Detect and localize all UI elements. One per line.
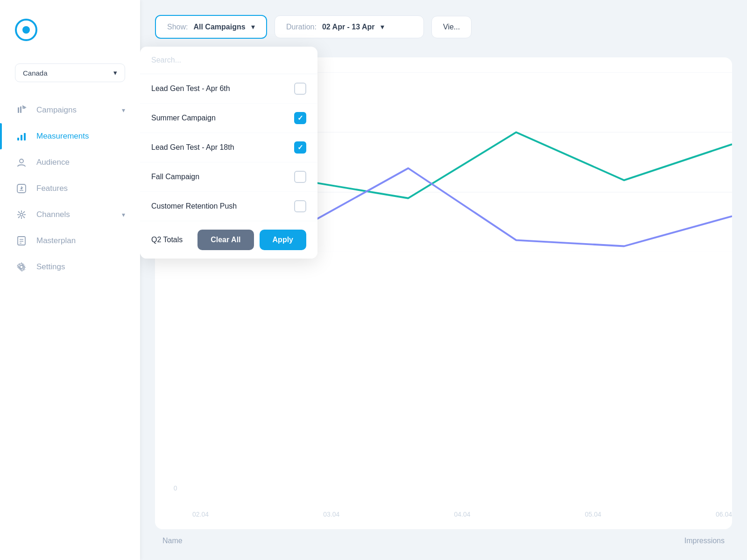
- sidebar-item-audience[interactable]: Audience: [0, 149, 140, 175]
- show-value: All Campaigns: [193, 23, 245, 31]
- dropdown-item-retention[interactable]: Customer Retention Push: [140, 192, 317, 221]
- apply-button[interactable]: Apply: [260, 230, 306, 250]
- item-name-fall: Fall Campaign: [151, 173, 199, 181]
- sidebar-item-campaigns[interactable]: Campaigns ▾: [0, 97, 140, 123]
- search-input[interactable]: [151, 56, 306, 64]
- logo-inner-dot: [22, 26, 30, 34]
- sidebar-item-masterplan-label: Masterplan: [36, 236, 125, 245]
- sidebar: Canada ▾ Campaigns ▾: [0, 0, 140, 560]
- sidebar-item-measurements[interactable]: Measurements: [0, 123, 140, 149]
- logo-area: [0, 19, 140, 41]
- masterplan-icon: [15, 234, 28, 247]
- footer-buttons: Clear All Apply: [197, 230, 306, 250]
- item-name-retention: Customer Retention Push: [151, 202, 237, 210]
- x-label-0204: 02.04: [192, 511, 209, 518]
- svg-point-5: [20, 159, 23, 163]
- checkbox-summer[interactable]: [294, 112, 306, 124]
- svg-rect-0: [18, 107, 19, 113]
- show-prefix: Show:: [167, 23, 188, 31]
- audience-icon: [15, 156, 28, 169]
- sidebar-item-masterplan[interactable]: Masterplan: [0, 228, 140, 254]
- item-name-summer: Summer Campaign: [151, 114, 216, 122]
- chart-x-labels: 02.04 03.04 04.04 05.04 06.04: [192, 511, 732, 518]
- duration-chevron-icon: ▾: [381, 22, 384, 31]
- svg-rect-1: [20, 106, 21, 113]
- svg-line-13: [18, 211, 20, 213]
- sidebar-item-settings[interactable]: Settings: [0, 254, 140, 280]
- clear-all-button[interactable]: Clear All: [197, 230, 254, 250]
- svg-rect-2: [17, 138, 19, 140]
- sidebar-item-channels-label: Channels: [36, 210, 122, 219]
- x-label-0604: 06.04: [716, 511, 732, 518]
- svg-line-14: [23, 217, 25, 218]
- show-campaigns-dropdown[interactable]: Show: All Campaigns ▾: [155, 15, 267, 39]
- checkbox-leadgen-apr6[interactable]: [294, 83, 306, 95]
- settings-icon: [15, 260, 28, 273]
- table-col-name: Name: [162, 537, 444, 545]
- svg-rect-4: [24, 133, 26, 140]
- header-bar: Show: All Campaigns ▾ Duration: 02 Apr -…: [155, 15, 732, 39]
- checkbox-leadgen-apr18[interactable]: [294, 141, 306, 154]
- campaigns-icon: [15, 104, 28, 117]
- main-content: Show: All Campaigns ▾ Duration: 02 Apr -…: [140, 0, 747, 560]
- footer-q2-label: Q2 Totals: [151, 236, 183, 244]
- duration-dropdown[interactable]: Duration: 02 Apr - 13 Apr ▾: [275, 15, 424, 38]
- svg-line-16: [18, 217, 20, 218]
- x-label-0304: 03.04: [323, 511, 339, 518]
- y-label-0: 0: [174, 484, 177, 492]
- svg-rect-17: [18, 237, 25, 245]
- channels-chevron-icon: ▾: [122, 211, 125, 218]
- dropdown-item-leadgen-apr6[interactable]: Lead Gen Test - Apr 6th: [140, 74, 317, 104]
- country-label: Canada: [23, 69, 48, 77]
- svg-point-21: [20, 266, 23, 269]
- dropdown-footer: Q2 Totals Clear All Apply: [140, 221, 317, 259]
- svg-rect-3: [21, 135, 22, 140]
- svg-line-15: [23, 211, 25, 213]
- checkbox-fall[interactable]: [294, 171, 306, 183]
- sidebar-nav: Campaigns ▾ Measurements Audien: [0, 97, 140, 541]
- dropdown-items-list: Lead Gen Test - Apr 6th Summer Campaign …: [140, 74, 317, 221]
- sidebar-item-channels[interactable]: Channels ▾: [0, 202, 140, 228]
- sidebar-item-campaigns-label: Campaigns: [36, 105, 122, 115]
- sidebar-item-audience-label: Audience: [36, 158, 125, 167]
- sidebar-item-measurements-label: Measurements: [36, 132, 125, 141]
- dropdown-item-summer[interactable]: Summer Campaign: [140, 104, 317, 133]
- logo-icon: [15, 19, 37, 41]
- measurements-icon: [15, 130, 28, 143]
- show-chevron-icon: ▾: [251, 22, 255, 31]
- table-col-impressions: Impressions: [444, 537, 725, 545]
- x-label-0504: 05.04: [585, 511, 601, 518]
- country-selector[interactable]: Canada ▾: [15, 63, 125, 82]
- table-footer: Name Impressions: [155, 537, 732, 545]
- view-label: Vie...: [443, 23, 460, 31]
- duration-prefix: Duration:: [286, 23, 317, 31]
- duration-value: 02 Apr - 13 Apr: [322, 23, 375, 31]
- country-chevron-icon: ▾: [113, 69, 117, 77]
- item-name-leadgen-apr6: Lead Gen Test - Apr 6th: [151, 84, 230, 93]
- svg-point-7: [21, 188, 22, 189]
- checkbox-retention[interactable]: [294, 200, 306, 212]
- sidebar-item-features[interactable]: Features: [0, 175, 140, 202]
- item-name-leadgen-apr18: Lead Gen Test - Apr 18th: [151, 143, 234, 152]
- features-icon: [15, 182, 28, 195]
- dropdown-search-area[interactable]: [140, 47, 317, 74]
- dropdown-item-leadgen-apr18[interactable]: Lead Gen Test - Apr 18th: [140, 133, 317, 162]
- campaigns-dropdown-panel: Lead Gen Test - Apr 6th Summer Campaign …: [140, 47, 317, 259]
- view-button[interactable]: Vie...: [431, 16, 472, 38]
- sidebar-item-settings-label: Settings: [36, 262, 125, 272]
- channels-icon: [15, 208, 28, 221]
- dropdown-item-fall[interactable]: Fall Campaign: [140, 162, 317, 192]
- svg-point-8: [20, 213, 23, 216]
- x-label-0404: 04.04: [454, 511, 470, 518]
- sidebar-item-features-label: Features: [36, 184, 125, 193]
- campaigns-chevron-icon: ▾: [122, 106, 125, 114]
